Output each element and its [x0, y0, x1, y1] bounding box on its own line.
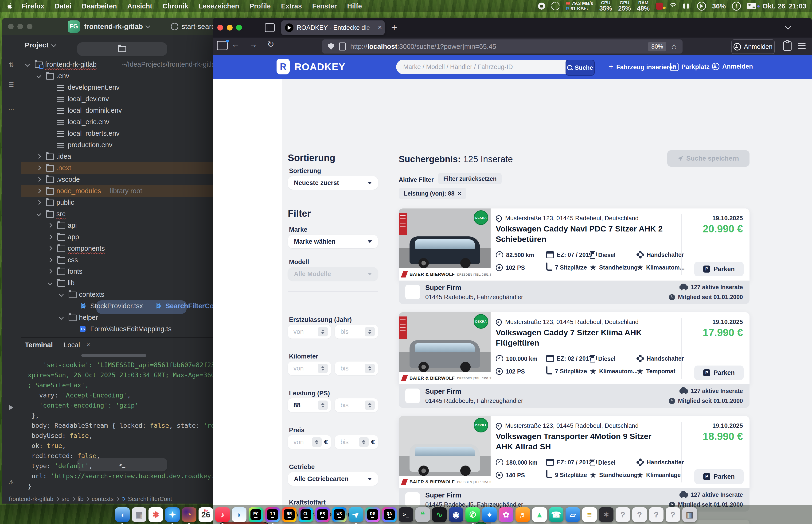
tree-closed-arrow-icon[interactable]	[48, 234, 52, 239]
km-von-input[interactable]: von	[288, 362, 331, 375]
project-avatar[interactable]: FG	[68, 20, 80, 33]
site-login-link[interactable]: Anmelden	[712, 63, 753, 70]
control-center-icon[interactable]	[747, 3, 756, 10]
dock-icon-music[interactable]: ♪	[215, 507, 230, 522]
url-text[interactable]: http://localhost:3000/suche/1?power|min=…	[350, 43, 648, 50]
breadcrumb-src[interactable]: src	[62, 496, 69, 503]
settings-menu-icon[interactable]	[551, 2, 560, 10]
menu-item-lesezeichen[interactable]: Lesezeichen	[193, 2, 244, 10]
more-tools-icon[interactable]: ⋯	[5, 103, 17, 115]
dock-icon-firefox[interactable]: ◔	[182, 507, 196, 522]
project-tool-icon[interactable]	[77, 42, 167, 56]
vehicle-card[interactable]: DEKRABAIER & BIERWOLFDRESDEN | TEL: 0351…	[399, 209, 749, 281]
tab-list-chevron-icon[interactable]	[785, 23, 791, 30]
page-info-icon[interactable]	[339, 43, 346, 50]
dock-icon-unknown-2[interactable]: ?	[632, 507, 647, 522]
save-search-button[interactable]: Suche speichern	[667, 150, 749, 167]
url-bar[interactable]: http://localhost:3000/suche/1?power|min=…	[322, 39, 683, 53]
breadcrumb-SearchFilterCont[interactable]: SearchFilterCont	[128, 496, 172, 503]
dock-icon-intellij[interactable]: IJ	[265, 507, 280, 522]
km-bis-input[interactable]: bis	[335, 362, 378, 375]
tree-closed-arrow-icon[interactable]	[48, 269, 52, 274]
dock-icon-phpstorm[interactable]: PS	[315, 507, 330, 522]
tree-open-arrow-icon[interactable]	[25, 62, 30, 67]
tree-closed-arrow-icon[interactable]	[36, 165, 41, 170]
ram-stat[interactable]: RAM48%	[637, 0, 650, 12]
browser-zoom-button[interactable]	[236, 24, 242, 31]
breadcrumb-contexts[interactable]: contexts	[92, 496, 113, 503]
back-button[interactable]: ←	[232, 39, 240, 49]
dock-icon-shredder[interactable]: ▥	[682, 507, 697, 522]
structure-tool-icon[interactable]: ☰	[5, 79, 17, 91]
dock-icon-notes[interactable]: ≡	[582, 507, 597, 522]
menu-item-datei[interactable]: Datei	[50, 2, 77, 10]
tree-open-arrow-icon[interactable]	[36, 73, 41, 78]
tree-closed-arrow-icon[interactable]	[48, 246, 52, 251]
browser-close-button[interactable]	[217, 24, 223, 31]
dock-icon-teal-app[interactable]: ☎	[549, 507, 563, 522]
problems-tool-icon[interactable]: ⚠	[5, 476, 17, 488]
forward-button[interactable]: →	[249, 39, 257, 49]
chip-close-icon[interactable]: ×	[458, 190, 461, 197]
menubar-clock[interactable]: Okt. 2621:03	[762, 2, 806, 10]
dock-icon-datagrip[interactable]: DG	[365, 507, 380, 522]
tree-open-arrow-icon[interactable]	[36, 212, 41, 216]
vehicle-card[interactable]: DEKRABAIER & BIERWOLFDRESDEN | TEL: 0351…	[399, 416, 749, 488]
gpu-stat[interactable]: GPU25%	[618, 0, 631, 12]
menu-item-bearbeiten[interactable]: Bearbeiten	[77, 2, 122, 10]
run-tool-icon[interactable]	[5, 402, 17, 414]
dock-icon-aqua[interactable]: QA	[382, 507, 397, 522]
dock-icon-clion[interactable]: CL	[299, 507, 313, 522]
alert-icon[interactable]: !	[732, 2, 741, 11]
active-filter-chip[interactable]: Leistung (von): 88×	[399, 188, 466, 199]
dock-icon-rustrover[interactable]: RR	[282, 507, 297, 522]
dealer-strip[interactable]: Super Firm01445 Radebeul5, Fahrzeughändl…	[399, 384, 749, 408]
dock-icon-orange-app[interactable]: ♬	[515, 507, 530, 522]
browser-minimize-button[interactable]	[227, 24, 233, 31]
dock-icon-camera[interactable]: ⌖	[482, 507, 497, 522]
vehicle-title[interactable]: Volkswagen Caddy Navi PDC 7 Sitzer AHK 2…	[496, 224, 670, 244]
airpods-icon[interactable]	[683, 3, 691, 9]
extensions-icon[interactable]	[783, 41, 792, 51]
insert-vehicle-link[interactable]: +Fahrzeug inserieren	[608, 63, 677, 71]
dock-icon-unknown-4[interactable]: ?	[666, 507, 680, 522]
vehicle-card[interactable]: DEKRABAIER & BIERWOLFDRESDEN | TEL: 0351…	[399, 312, 749, 384]
marke-select[interactable]: Marke wählen	[288, 235, 378, 248]
sidebar-toggle-icon[interactable]	[265, 23, 275, 32]
tree-open-arrow-icon[interactable]	[59, 315, 64, 320]
parken-button[interactable]: PParken	[694, 262, 744, 276]
parken-button[interactable]: PParken	[694, 365, 744, 380]
project-selector[interactable]: frontend-rk-gitlab	[84, 22, 143, 31]
terminal-scrollbar[interactable]	[81, 354, 146, 357]
vehicle-title[interactable]: Volkswagen Transporter 4Motion 9 Sitzer …	[496, 431, 670, 452]
vehicle-title[interactable]: Volkswagen Caddy 7 Sitzer Klima AHK Flüg…	[496, 327, 670, 348]
dock-icon-unknown-3[interactable]: ?	[649, 507, 664, 522]
dock-icon-files[interactable]: ▱	[566, 507, 580, 522]
menu-hamburger-icon[interactable]	[798, 43, 806, 49]
apple-icon[interactable]	[6, 3, 13, 10]
stepper-icon[interactable]	[318, 327, 328, 337]
dock-icon-whatsapp[interactable]: ✆	[465, 507, 480, 522]
zoom-level-badge[interactable]: 80%	[648, 42, 666, 51]
dock-icon-calendar[interactable]: So26	[198, 507, 213, 522]
dealer-strip[interactable]: Super Firm01445 Radebeul5, Fahrzeughändl…	[399, 281, 749, 304]
firefox-view-icon[interactable]	[217, 41, 228, 50]
breadcrumb-lib[interactable]: lib	[78, 496, 83, 503]
reload-button[interactable]: ↻	[267, 39, 274, 49]
modell-select[interactable]: Alle Modelle	[288, 267, 378, 281]
tab-close-icon[interactable]: ×	[378, 24, 382, 31]
tree-closed-arrow-icon[interactable]	[48, 258, 52, 262]
terminal-close-icon[interactable]: ×	[86, 341, 90, 349]
ide-zoom-button[interactable]	[27, 24, 32, 29]
ide-close-button[interactable]	[8, 24, 14, 29]
dock-icon-messages[interactable]: ❝	[415, 507, 430, 522]
dock-icon-stats[interactable]: ∿	[432, 507, 447, 522]
menu-item-fenster[interactable]: Fenster	[307, 2, 342, 10]
vehicle-photo[interactable]: DEKRABAIER & BIERWOLFDRESDEN | TEL: 0351…	[399, 209, 491, 281]
project-panel-header[interactable]: Project	[25, 41, 55, 49]
playback-icon[interactable]	[697, 2, 706, 11]
roadkey-logo-icon[interactable]: R	[276, 59, 290, 75]
brand-name[interactable]: ROADKEY	[294, 61, 345, 72]
new-tab-button[interactable]: +	[391, 21, 397, 33]
red-app-icon[interactable]	[656, 3, 663, 10]
